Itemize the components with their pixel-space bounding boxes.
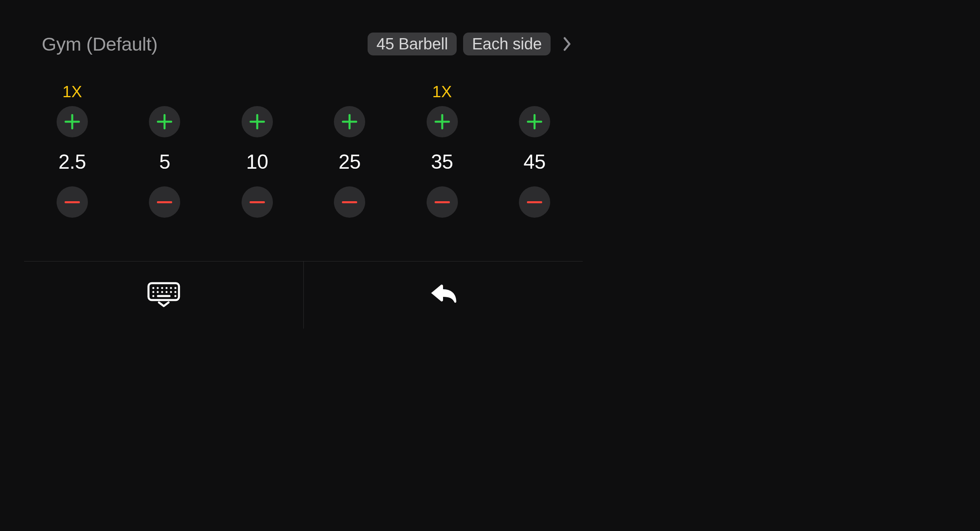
- minus-icon: [435, 201, 450, 203]
- svg-point-12: [174, 291, 176, 293]
- plate-value: 35: [431, 150, 453, 174]
- svg-point-1: [152, 287, 154, 289]
- svg-point-8: [157, 291, 159, 293]
- svg-point-10: [165, 291, 167, 293]
- plate-value: 2.5: [59, 150, 86, 174]
- plus-icon: [65, 114, 80, 129]
- plates-grid: 1X 2.5 1X 5 1X 10 1X 25 1X: [0, 56, 607, 261]
- plate-add-button[interactable]: [57, 106, 88, 137]
- svg-point-3: [161, 287, 163, 289]
- plate-value: 5: [159, 150, 171, 174]
- svg-point-6: [174, 287, 176, 289]
- plate-remove-button[interactable]: [57, 186, 88, 218]
- minus-icon: [527, 201, 542, 203]
- plate-column: 1X 25: [325, 81, 374, 241]
- plate-remove-button[interactable]: [334, 186, 365, 218]
- plate-add-button[interactable]: [242, 106, 273, 137]
- svg-point-9: [161, 291, 163, 293]
- plate-column: 1X 5: [140, 81, 189, 241]
- plus-icon: [250, 114, 265, 129]
- plate-column: 1X 10: [233, 81, 281, 241]
- plate-value: 10: [246, 150, 268, 174]
- plus-icon: [157, 114, 172, 129]
- plate-add-button[interactable]: [149, 106, 180, 137]
- plate-remove-button[interactable]: [519, 186, 550, 218]
- plate-add-button[interactable]: [427, 106, 458, 137]
- keyboard-button[interactable]: [24, 261, 304, 329]
- toolbar: [24, 261, 583, 329]
- plate-remove-button[interactable]: [242, 186, 273, 218]
- plate-multiplier: 1X: [432, 81, 452, 102]
- svg-point-4: [165, 287, 167, 289]
- plate-add-button[interactable]: [519, 106, 550, 137]
- svg-rect-14: [157, 295, 171, 297]
- header-options[interactable]: 45 Barbell Each side: [368, 33, 571, 55]
- svg-point-7: [152, 291, 154, 293]
- barbell-chip[interactable]: 45 Barbell: [368, 33, 457, 55]
- svg-point-11: [170, 291, 172, 293]
- svg-point-5: [170, 287, 172, 289]
- minus-icon: [342, 201, 357, 203]
- plate-value: 25: [339, 150, 361, 174]
- plate-remove-button[interactable]: [149, 186, 180, 218]
- plus-icon: [342, 114, 357, 129]
- undo-button[interactable]: [304, 261, 583, 329]
- keyboard-icon: [147, 282, 181, 308]
- svg-point-13: [152, 295, 154, 297]
- svg-point-2: [157, 287, 159, 289]
- chevron-right-icon[interactable]: [563, 37, 571, 51]
- plate-multiplier: 1X: [63, 81, 82, 102]
- profile-name[interactable]: Gym (Default): [42, 33, 158, 55]
- undo-icon: [429, 283, 457, 307]
- plate-column: 1X 35: [418, 81, 466, 241]
- side-chip[interactable]: Each side: [463, 33, 551, 55]
- minus-icon: [157, 201, 172, 203]
- plate-column: 1X 45: [510, 81, 559, 241]
- svg-point-15: [174, 295, 176, 297]
- plate-column: 1X 2.5: [48, 81, 96, 241]
- plate-remove-button[interactable]: [427, 186, 458, 218]
- minus-icon: [65, 201, 80, 203]
- plate-add-button[interactable]: [334, 106, 365, 137]
- minus-icon: [250, 201, 265, 203]
- plus-icon: [435, 114, 450, 129]
- plate-value: 45: [523, 150, 545, 174]
- plus-icon: [527, 114, 542, 129]
